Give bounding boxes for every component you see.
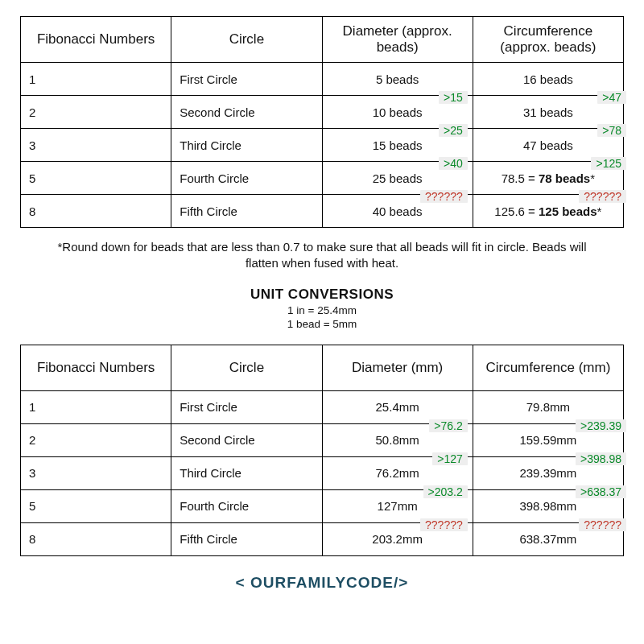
circle-cell: Second Circle	[171, 423, 322, 456]
fib-cell: 1	[21, 63, 171, 96]
sum-annotation: >203.2	[423, 485, 468, 498]
conversion-line: 1 bead = 5mm	[20, 318, 624, 330]
table-row: 3Third Circle15 beads>4047 beads>125	[21, 129, 624, 162]
col-fib: Fibonacci Numbers	[21, 345, 171, 390]
angle-close-icon: >	[398, 574, 408, 591]
circle-cell: Third Circle	[171, 129, 322, 162]
angle-open-icon: <	[236, 574, 246, 591]
fib-cell: 3	[21, 456, 171, 489]
col-circumference: Circumference (approx. beads)	[473, 17, 623, 63]
table-row: 3Third Circle76.2mm>203.2239.39mm>638.37	[21, 456, 624, 489]
fib-cell: 5	[21, 162, 171, 195]
circle-cell: Fifth Circle	[171, 195, 322, 228]
col-circumference: Circumference (mm)	[473, 345, 623, 390]
table-row: 1First Circle5 beads>1516 beads>47	[21, 63, 624, 96]
table-header-row: Fibonacci Numbers Circle Diameter (appro…	[21, 17, 624, 63]
circumference-cell: 16 beads>47	[473, 63, 623, 96]
circle-cell: Fifth Circle	[171, 522, 322, 555]
sum-annotation: >76.2	[429, 419, 467, 432]
beads-table: Fibonacci Numbers Circle Diameter (appro…	[20, 16, 624, 228]
fib-cell: 2	[21, 423, 171, 456]
sum-annotation: >47	[597, 91, 626, 104]
col-fib: Fibonacci Numbers	[21, 17, 171, 63]
circle-cell: Second Circle	[171, 96, 322, 129]
sum-annotation: >125	[591, 157, 626, 170]
circle-cell: First Circle	[171, 390, 322, 423]
table-row: 5Fourth Circle127mm??????398.98mm??????	[21, 489, 624, 522]
question-annotation: ??????	[579, 518, 626, 531]
circle-cell: Third Circle	[171, 456, 322, 489]
table-row: 8Fifth Circle203.2mm638.37mm	[21, 522, 624, 555]
rounding-note: *Round down for beads that are less than…	[52, 239, 592, 272]
circle-cell: First Circle	[171, 63, 322, 96]
table-row: 8Fifth Circle40 beads125.6 = 125 beads*	[21, 195, 624, 228]
sum-annotation: >25	[439, 124, 468, 137]
table-row: 2Second Circle50.8mm>127159.59mm>398.98	[21, 423, 624, 456]
question-annotation: ??????	[420, 518, 468, 531]
col-circle: Circle	[171, 17, 322, 63]
question-annotation: ??????	[579, 190, 626, 203]
table-row: 1First Circle25.4mm>76.279.8mm>239.39	[21, 390, 624, 423]
table-header-row: Fibonacci Numbers Circle Diameter (mm) C…	[21, 345, 624, 390]
sum-annotation: >239.39	[576, 419, 626, 432]
brand-text: OURFAMILYCODE	[246, 574, 394, 591]
fib-cell: 8	[21, 522, 171, 555]
table-row: 5Fourth Circle25 beads??????78.5 = 78 be…	[21, 162, 624, 195]
sum-annotation: >78	[597, 124, 626, 137]
conversion-line: 1 in = 25.4mm	[20, 304, 624, 316]
fib-cell: 2	[21, 96, 171, 129]
mm-table: Fibonacci Numbers Circle Diameter (mm) C…	[20, 345, 624, 556]
unit-conversions-heading: Unit Conversions	[20, 287, 624, 303]
sum-annotation: >127	[432, 452, 468, 465]
fib-cell: 5	[21, 489, 171, 522]
fib-cell: 8	[21, 195, 171, 228]
site-brand: < OURFAMILYCODE/>	[20, 574, 624, 592]
col-diameter: Diameter (mm)	[322, 345, 473, 390]
question-annotation: ??????	[420, 190, 468, 203]
circle-cell: Fourth Circle	[171, 162, 322, 195]
sum-annotation: >398.98	[576, 452, 626, 465]
sum-annotation: >638.37	[576, 485, 626, 498]
diameter-cell: 5 beads>15	[322, 63, 473, 96]
circle-cell: Fourth Circle	[171, 489, 322, 522]
diameter-cell: 25.4mm>76.2	[322, 390, 473, 423]
col-circle: Circle	[171, 345, 322, 390]
fib-cell: 3	[21, 129, 171, 162]
col-diameter: Diameter (approx. beads)	[322, 17, 473, 63]
circumference-cell: 79.8mm>239.39	[473, 390, 623, 423]
sum-annotation: >40	[439, 157, 468, 170]
fib-cell: 1	[21, 390, 171, 423]
sum-annotation: >15	[439, 91, 468, 104]
table-row: 2Second Circle10 beads>2531 beads>78	[21, 96, 624, 129]
